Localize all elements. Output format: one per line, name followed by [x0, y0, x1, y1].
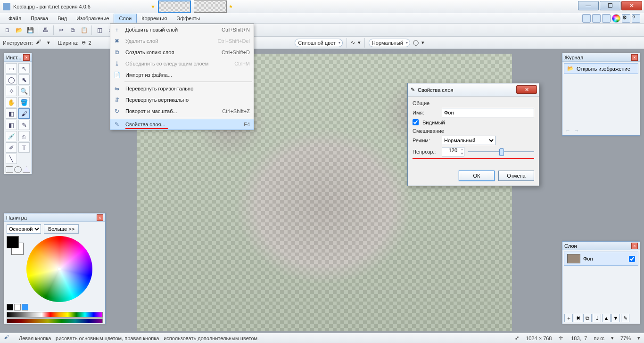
colors-toggle-icon[interactable]	[612, 14, 620, 23]
move-tool[interactable]: ↖	[18, 63, 30, 74]
pan-tool[interactable]: ✋	[6, 97, 17, 107]
menu-adjustments[interactable]: Коррекция	[137, 14, 172, 23]
history-item[interactable]: 📂 Открыть изображение	[564, 63, 638, 74]
menu-item[interactable]: 📄Импорт из файла...	[110, 69, 254, 81]
menu-item[interactable]: ↻Поворот и масштаб...Ctrl+Shift+Z	[110, 106, 254, 117]
menu-image[interactable]: Изображение	[72, 14, 114, 23]
recolor-tool[interactable]: ✐	[6, 142, 17, 153]
layer-duplicate-icon[interactable]: ⧉	[583, 314, 592, 322]
panel-close-icon[interactable]: ×	[631, 243, 638, 249]
menu-effects[interactable]: Эффекты	[172, 14, 205, 23]
status-units[interactable]: пикс	[594, 335, 604, 341]
menu-file[interactable]: Файл	[4, 14, 26, 23]
wand-tool[interactable]: ✧	[6, 86, 17, 96]
menu-item[interactable]: ⇵Перевернуть вертикально	[110, 94, 254, 106]
history-toggle-icon[interactable]	[592, 14, 601, 23]
menu-edit[interactable]: Правка	[26, 14, 53, 23]
color-strip[interactable]	[7, 312, 103, 318]
brush-icon[interactable]: 🖌	[36, 39, 44, 47]
shape-rect-icon[interactable]	[6, 166, 13, 173]
blend-dropdown[interactable]: Нормальный	[369, 39, 410, 47]
zoom-tool[interactable]: 🔍	[18, 86, 30, 96]
layers-toggle-icon[interactable]	[602, 14, 611, 23]
visible-checkbox[interactable]	[413, 119, 419, 125]
fill-dropdown[interactable]: Сплошной цвет	[295, 39, 343, 47]
panel-close-icon[interactable]: ×	[97, 214, 103, 221]
panel-close-icon[interactable]: ×	[23, 54, 30, 61]
opacity-input[interactable]: 120	[442, 147, 464, 156]
layer-delete-icon[interactable]: ✖	[574, 314, 582, 322]
shape-ellipse-icon[interactable]	[14, 166, 22, 173]
history-forward-icon[interactable]: →	[574, 128, 579, 133]
menu-layers[interactable]: Слои	[114, 14, 137, 23]
primary-color-swatch[interactable]	[7, 236, 19, 248]
layer-up-icon[interactable]: ▲	[602, 314, 611, 322]
lasso-tool[interactable]: ◯	[6, 74, 17, 85]
move-selection-tool[interactable]: ⬉	[18, 74, 30, 85]
cut-icon[interactable]: ✂	[57, 25, 66, 35]
print-icon[interactable]: 🖶	[41, 25, 50, 35]
paste-icon[interactable]: 📋	[79, 25, 89, 35]
layer-merge-icon[interactable]: ⤓	[593, 314, 601, 322]
picker-tool[interactable]: 💉	[6, 131, 17, 141]
fill-tool[interactable]: 🪣	[18, 97, 30, 107]
color-strip-dark[interactable]	[7, 318, 103, 323]
tools-toggle-icon[interactable]	[582, 14, 591, 23]
cursor-icon: ✛	[559, 335, 563, 341]
settings-icon[interactable]: ⚙	[622, 14, 630, 23]
eraser-tool[interactable]: ◧	[6, 120, 17, 130]
width-value[interactable]: 2	[89, 40, 91, 46]
palette-more-button[interactable]: Больше >>	[44, 224, 79, 234]
dialog-close-button[interactable]: ✕	[516, 85, 537, 94]
menu-item[interactable]: ⧉Создать копию слояCtrl+Shift+D	[110, 47, 254, 58]
menu-item[interactable]: ✎Свойства слоя...F4	[110, 119, 254, 130]
line-tool[interactable]: ╲	[6, 154, 17, 164]
width-label: Ширина:	[58, 40, 79, 46]
maximize-button[interactable]: ☐	[600, 1, 620, 10]
crop-icon[interactable]: ◫	[95, 25, 104, 35]
antialias-icon[interactable]: ◯	[413, 40, 419, 46]
gradient-tool[interactable]: ◧	[6, 108, 17, 119]
clone-tool[interactable]: ⎌	[18, 131, 30, 141]
shape-triangle-icon[interactable]	[23, 166, 30, 173]
pencil-tool[interactable]: ✎	[18, 120, 30, 130]
menu-item-icon: ✖	[113, 37, 121, 45]
open-file-icon[interactable]: 📂	[14, 25, 24, 35]
color-wheel[interactable]	[26, 236, 92, 302]
swatch[interactable]	[14, 304, 21, 310]
layer-add-icon[interactable]: ＋	[564, 314, 573, 322]
thumbnail[interactable]	[194, 0, 227, 13]
brush-tool[interactable]: 🖌	[18, 108, 30, 119]
layer-props-icon[interactable]: ✎	[621, 314, 629, 322]
layer-down-icon[interactable]: ▼	[611, 314, 620, 322]
panel-close-icon[interactable]: ×	[631, 54, 638, 61]
rect-select-tool[interactable]: ▭	[6, 63, 17, 74]
blend-mode-select[interactable]: Нормальный	[442, 136, 495, 145]
save-icon[interactable]: 💾	[25, 25, 35, 35]
new-file-icon[interactable]: 🗋	[3, 25, 12, 35]
ok-button[interactable]: ОК	[459, 171, 495, 181]
mode-label: Режим:	[413, 138, 438, 143]
opacity-slider[interactable]	[468, 147, 534, 156]
swatch[interactable]	[22, 304, 28, 310]
copy-icon[interactable]: ⧉	[68, 25, 77, 35]
width-minus[interactable]: ⊖	[82, 40, 86, 46]
layer-item[interactable]: Фон	[564, 252, 638, 266]
menu-item[interactable]: ⇋Перевернуть горизонтально	[110, 83, 254, 94]
minimize-button[interactable]: —	[578, 1, 599, 10]
curve-icon[interactable]: ∿	[351, 40, 355, 46]
layer-name-input[interactable]	[442, 108, 534, 117]
layer-visible-checkbox[interactable]	[629, 256, 635, 262]
menu-view[interactable]: Вид	[53, 14, 72, 23]
thumbnail-active[interactable]	[158, 0, 191, 13]
status-zoom[interactable]: 77%	[620, 335, 631, 341]
close-button[interactable]: ✕	[621, 1, 642, 10]
swatch[interactable]	[7, 304, 13, 310]
cancel-button[interactable]: Отмена	[498, 171, 534, 181]
palette-mode-select[interactable]: Основной	[7, 224, 41, 234]
tools-title: Инст...	[6, 55, 21, 60]
text-tool[interactable]: T	[18, 142, 30, 153]
help-icon[interactable]: ?	[632, 14, 640, 23]
history-back-icon[interactable]: ←	[565, 128, 570, 133]
menu-item[interactable]: ＋Добавить новый слойCtrl+Shift+N	[110, 24, 254, 35]
